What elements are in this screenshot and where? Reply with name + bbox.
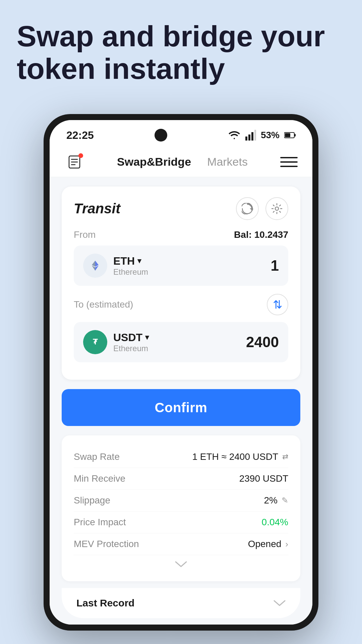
swap-rate-value: 1 ETH ≈ 2400 USDT ⇄ [192,451,288,462]
slippage-value: 2% ✎ [264,495,288,506]
confirm-button[interactable]: Confirm [62,389,300,426]
min-receive-row: Min Receive 2390 USDT [74,468,288,490]
eth-token-info: ETH ▾ Ethereum [83,254,148,278]
tab-markets[interactable]: Markets [199,155,256,168]
balance-label: Bal: 10.2437 [234,229,288,240]
min-receive-label: Min Receive [74,473,125,484]
eth-amount: 1 [271,257,279,274]
hero-title: Swap and bridge your token instantly [17,20,362,85]
settings-button[interactable] [265,197,288,220]
refresh-icon [242,203,253,214]
price-impact-label: Price Impact [74,517,126,528]
notification-badge [78,153,83,158]
svg-rect-5 [285,133,290,137]
last-record-chevron-icon [274,599,286,607]
eth-token-icon [83,254,107,278]
wifi-icon [228,130,241,140]
swap-rate-row: Swap Rate 1 ETH ≈ 2400 USDT ⇄ [74,446,288,468]
eth-network: Ethereum [113,267,148,277]
notification-icon-btn[interactable] [64,152,84,172]
mev-row[interactable]: MEV Protection Opened › [74,533,288,555]
battery-percent: 53% [261,130,280,141]
from-label: From [74,229,96,240]
slippage-edit-icon[interactable]: ✎ [282,496,288,505]
swap-rate-label: Swap Rate [74,451,120,462]
mev-value: Opened › [248,539,288,549]
mev-chevron-icon: › [285,539,288,549]
svg-rect-0 [245,137,247,141]
usdt-token-icon: ₮ [83,330,107,354]
menu-line-1 [280,157,298,158]
usdt-amount: 2400 [246,334,279,351]
phone-device: 22:25 53% [44,114,318,631]
swap-direction-button[interactable]: ⇅ [267,294,288,315]
price-impact-row: Price Impact 0.04% [74,512,288,533]
usdt-name-wrap: USDT ▾ Ethereum [113,331,149,353]
last-record-label: Last Record [76,597,134,609]
swap-divider: To (estimated) ⇅ [74,292,288,322]
svg-rect-2 [251,132,253,141]
main-content: Transit [50,177,312,625]
usdt-logo: ₮ [87,334,103,350]
menu-line-2 [280,161,298,163]
slippage-label: Slippage [74,495,110,506]
eth-name-wrap: ETH ▾ Ethereum [113,255,148,277]
collapse-chevron[interactable] [74,555,288,571]
to-token-row[interactable]: ₮ USDT ▾ Ethereum 2400 [74,322,288,362]
card-header: Transit [74,197,288,220]
usdt-token-info: ₮ USDT ▾ Ethereum [83,330,149,354]
camera-cutout [155,129,167,142]
svg-rect-3 [254,130,256,141]
mev-label: MEV Protection [74,539,139,549]
from-label-row: From Bal: 10.2437 [74,229,288,240]
slippage-row[interactable]: Slippage 2% ✎ [74,490,288,512]
tab-swap-bridge[interactable]: Swap&Bridge [109,155,199,168]
usdt-token-name: USDT ▾ [113,331,149,344]
nav-tabs: Swap&Bridge Markets [84,155,280,168]
phone-screen: 22:25 53% [50,120,312,625]
last-record-bar[interactable]: Last Record [62,588,300,618]
card-actions [236,197,288,220]
eth-token-name: ETH ▾ [113,255,148,267]
nav-bar: Swap&Bridge Markets [50,147,312,177]
svg-rect-6 [295,134,296,137]
to-label: To (estimated) [74,299,133,310]
price-impact-value: 0.04% [262,517,288,528]
menu-line-3 [280,166,298,167]
from-token-row[interactable]: ETH ▾ Ethereum 1 [74,246,288,286]
svg-rect-1 [248,135,250,141]
chevron-down-icon [174,560,188,568]
signal-icon [245,130,256,141]
status-time: 22:25 [66,129,94,142]
eth-logo [87,258,103,273]
usdt-dropdown-arrow: ▾ [145,333,149,342]
transit-logo: Transit [74,201,120,217]
swap-rate-icon: ⇄ [282,452,288,461]
swap-details: Swap Rate 1 ETH ≈ 2400 USDT ⇄ Min Receiv… [62,435,300,581]
svg-point-11 [275,207,279,210]
battery-icon [284,132,296,139]
status-icons: 53% [228,130,296,141]
svg-text:₮: ₮ [93,338,98,346]
gear-icon [271,203,283,214]
eth-dropdown-arrow: ▾ [137,257,141,265]
transit-card: Transit [62,186,300,380]
refresh-button[interactable] [236,197,259,220]
status-bar: 22:25 53% [50,120,312,147]
min-receive-value: 2390 USDT [239,473,288,484]
menu-button[interactable] [280,153,298,171]
usdt-network: Ethereum [113,344,149,353]
